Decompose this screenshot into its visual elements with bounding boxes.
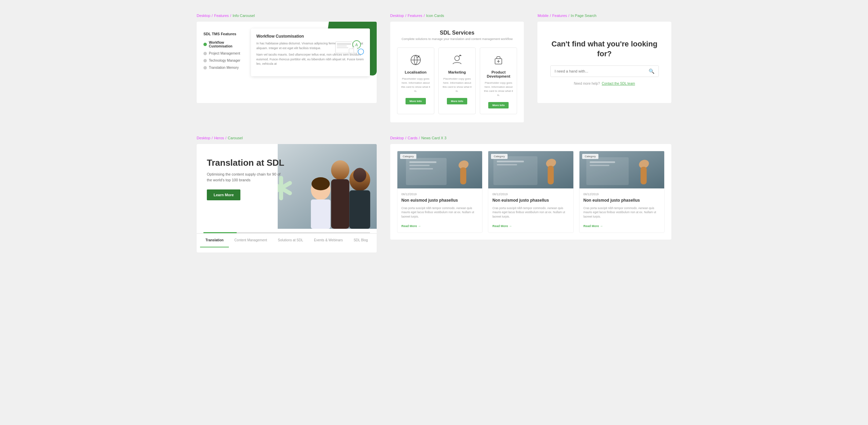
hero-tab-solutions[interactable]: Solutions at SDL xyxy=(273,234,309,247)
marketing-icon xyxy=(450,53,464,67)
hero-tab-translation[interactable]: Translation xyxy=(200,234,229,247)
nav-dot-technology xyxy=(203,59,207,62)
card-title-marketing: Marketing xyxy=(442,70,472,74)
icon-cards-section: Desktop / Features / Icon Cards SDL Serv… xyxy=(390,14,524,122)
news-2-excerpt: Cras porta suscipit nibh tempor commodo.… xyxy=(492,206,569,219)
card-desc-product: Placeholder copy goes here. Information … xyxy=(484,81,513,97)
icon-card-product: Product Development Placeholder copy goe… xyxy=(480,47,517,114)
info-carousel-section: Desktop / Features / Info Carousel xyxy=(197,14,377,122)
learn-more-button[interactable]: Learn More xyxy=(207,189,240,200)
icon-card-localisation: Localisation Placeholder copy goes here.… xyxy=(397,47,434,114)
product-development-icon xyxy=(492,53,505,67)
svg-rect-30 xyxy=(460,167,466,184)
breadcrumb-desktop: Desktop xyxy=(197,14,210,18)
info-carousel-breadcrumb: Desktop / Features / Info Carousel xyxy=(197,14,377,18)
bc-desktop-news: Desktop xyxy=(390,136,404,140)
search-button[interactable]: 🔍 xyxy=(645,66,658,77)
news-2-read-more[interactable]: Read More xyxy=(492,224,512,228)
bc-features-3: Features xyxy=(552,14,567,18)
news-2-body: 06/12/2019 Non euismod justo phasellus C… xyxy=(488,188,573,232)
bc-carousel: Carousel xyxy=(228,136,243,140)
search-heading: Can't find what you're looking for? xyxy=(548,39,661,59)
search-input[interactable] xyxy=(551,66,645,77)
svg-rect-40 xyxy=(497,164,517,165)
hero-asterisk xyxy=(278,175,295,202)
svg-rect-2 xyxy=(337,45,347,46)
icon-cards-header: SDL Services Complete solutions to manag… xyxy=(397,30,517,41)
svg-rect-37 xyxy=(548,166,554,184)
svg-point-6 xyxy=(358,49,364,55)
bc-mobile: Mobile xyxy=(537,14,548,18)
info-carousel-container: A SDL TMS Features Workflow Customisatio… xyxy=(197,22,377,103)
hero-subheading: Optimising the content supply chain for … xyxy=(207,171,285,183)
hero-tab-events[interactable]: Events & Webinars xyxy=(309,234,348,247)
bc-desktop-2: Desktop xyxy=(390,14,404,18)
card-title-product: Product Development xyxy=(484,70,513,78)
sidebar-title: SDL TMS Features xyxy=(203,32,248,36)
hero-tab-content-management[interactable]: Content Management xyxy=(229,234,272,247)
news-2-date: 06/12/2019 xyxy=(492,193,569,196)
hero-breadcrumb: Desktop / Heros / Carousel xyxy=(197,136,377,140)
svg-rect-8 xyxy=(354,46,357,53)
more-info-localisation[interactable]: More Info xyxy=(406,98,426,104)
news-cards-section: Desktop / Cards / News Card X 3 xyxy=(390,136,671,252)
news-3-title: Non euismod justo phasellus xyxy=(584,198,660,203)
bc-desktop-hero: Desktop xyxy=(197,136,210,140)
icon-card-marketing: Marketing Placeholder copy goes here. In… xyxy=(438,47,476,114)
news-1-read-more[interactable]: Read More xyxy=(401,224,421,228)
card-desc-marketing: Placeholder copy goes here. Information … xyxy=(442,77,472,93)
news-card-2-image: Category xyxy=(488,151,573,188)
news-1-category: Category xyxy=(400,154,416,159)
svg-rect-18 xyxy=(331,179,349,229)
hero-carousel-section: Desktop / Heros / Carousel Translation a… xyxy=(197,136,377,252)
news-card-1: Category 06/12/2019 Non euismod justo ph… xyxy=(397,151,482,233)
nav-item-technology[interactable]: Technology Manager xyxy=(203,59,248,62)
news-card-3-image: Category xyxy=(579,151,664,188)
nav-item-workflow[interactable]: Workflow Customisation xyxy=(203,41,248,48)
icon-cards-subtitle: Complete solutions to manage your transl… xyxy=(397,37,517,41)
search-help-text: Need more help? Contact the SDL team xyxy=(574,82,635,85)
nav-item-translation[interactable]: Translation Memory xyxy=(203,66,248,69)
card-title-localisation: Localisation xyxy=(401,70,431,74)
nav-dot-translation xyxy=(203,66,207,69)
news-cards-container: Category 06/12/2019 Non euismod justo ph… xyxy=(390,144,671,240)
news-1-date: 06/12/2019 xyxy=(401,193,478,196)
news-3-read-more[interactable]: Read More xyxy=(584,224,603,228)
icon-cards-grid: Localisation Placeholder copy goes here.… xyxy=(397,47,517,114)
svg-rect-33 xyxy=(409,165,430,166)
svg-rect-46 xyxy=(590,165,609,166)
more-info-marketing[interactable]: More Info xyxy=(447,98,467,104)
news-3-excerpt: Cras porta suscipit nibh tempor commodo.… xyxy=(584,206,660,219)
hero-tab-blog[interactable]: SDL Blog xyxy=(348,234,373,247)
hero-heading: Translation at SDL xyxy=(207,158,285,168)
in-page-search-container: Can't find what you're looking for? 🔍 Ne… xyxy=(537,22,671,103)
news-2-category: Category xyxy=(491,154,507,159)
news-card-3: Category 06/12/2019 Non euismod justo ph… xyxy=(579,151,665,233)
card-desc-localisation: Placeholder copy goes here. Information … xyxy=(401,77,431,93)
news-3-date: 06/12/2019 xyxy=(584,193,660,196)
icon-cards-container: SDL Services Complete solutions to manag… xyxy=(390,22,524,122)
svg-rect-1 xyxy=(337,43,351,45)
news-card-2: Category 06/12/2019 Non euismod justo ph… xyxy=(488,151,573,233)
more-info-product[interactable]: More Info xyxy=(488,102,509,108)
contact-link[interactable]: Contact the SDL team xyxy=(602,82,635,85)
bc-icon-cards: Icon Cards xyxy=(426,14,444,18)
search-breadcrumb: Mobile / Features / In Page Search xyxy=(537,14,671,18)
search-bar[interactable]: 🔍 xyxy=(550,65,659,77)
svg-rect-24 xyxy=(311,199,331,229)
svg-rect-38 xyxy=(493,156,537,185)
svg-rect-39 xyxy=(497,161,524,162)
nav-item-project[interactable]: Project Management xyxy=(203,52,248,55)
svg-rect-34 xyxy=(409,168,433,169)
bc-news-cards: News Card X 3 xyxy=(421,136,447,140)
bc-cards: Cards xyxy=(408,136,417,140)
breadcrumb-info-carousel: Info Carousel xyxy=(233,14,255,18)
news-3-body: 06/12/2019 Non euismod justo phasellus C… xyxy=(579,188,664,232)
icon-cards-title: SDL Services xyxy=(397,30,517,36)
svg-rect-45 xyxy=(590,161,615,163)
news-breadcrumb: Desktop / Cards / News Card X 3 xyxy=(390,136,671,140)
svg-rect-21 xyxy=(349,190,370,229)
svg-rect-32 xyxy=(409,161,436,163)
bc-features-2: Features xyxy=(408,14,422,18)
news-2-title: Non euismod justo phasellus xyxy=(492,198,569,203)
